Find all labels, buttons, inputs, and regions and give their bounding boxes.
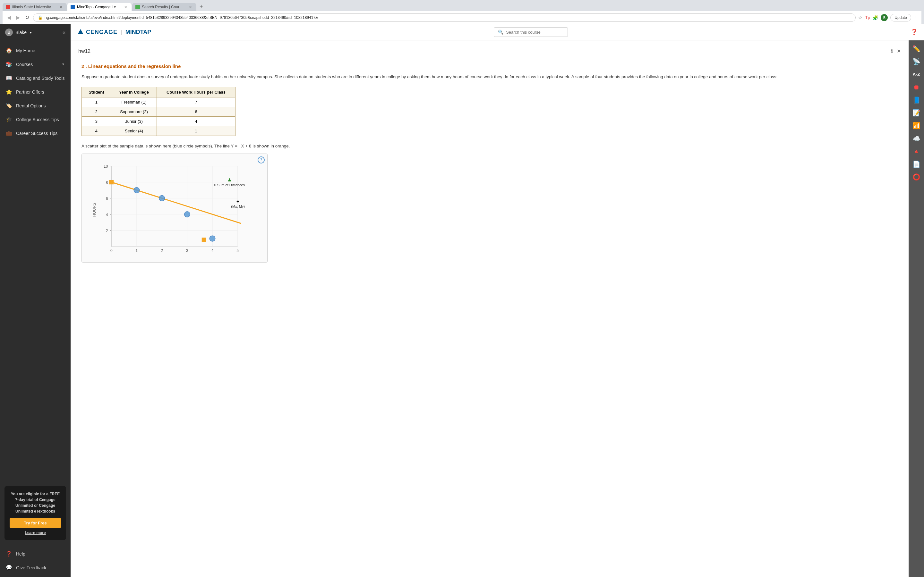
sidebar-user[interactable]: B Blake ▼ [5,29,32,36]
question-heading: 2 . Linear equations and the regression … [81,63,898,69]
chart-legend-area: ▲ 0 Sum of Distances [214,176,245,187]
sidebar-item-label: My Home [16,48,35,53]
app-layout: B Blake ▼ « 🏠 My Home 📚 Courses ▼ 📖 Cata… [0,24,924,577]
sidebar-nav: 🏠 My Home 📚 Courses ▼ 📖 Catalog and Stud… [0,41,71,482]
mindtap-logo-text: MINDTAP [126,29,152,35]
svg-marker-0 [78,29,83,34]
table-cell: Senior (4) [111,126,157,135]
sidebar-item-my-home[interactable]: 🏠 My Home [0,44,71,57]
puzzle-icon[interactable]: 🧩 [873,15,878,20]
tab-close-illinois[interactable]: ✕ [59,5,62,9]
svg-rect-32 [202,237,206,242]
svg-point-33 [134,187,139,193]
toolbar-az-button[interactable]: A-Z [911,69,922,80]
toolbar-cloud-button[interactable]: ☁️ [911,133,922,144]
help-button[interactable]: ❓ [911,29,918,35]
close-button[interactable]: ✕ [897,48,901,54]
avatar: B [5,29,13,36]
table-cell: 4 [82,126,111,135]
chevron-right-icon: ▼ [61,63,65,66]
sidebar-item-help[interactable]: ❓ Help [0,547,71,561]
toolbar-edit-button[interactable]: ✏️ [911,43,922,55]
home-icon: 🏠 [6,47,12,53]
svg-text:5: 5 [236,248,239,253]
toolbar-wifi-button[interactable]: 📶 [911,120,922,131]
sidebar: B Blake ▼ « 🏠 My Home 📚 Courses ▼ 📖 Cata… [0,24,71,577]
back-button[interactable]: ◀ [6,13,12,22]
profile-icon[interactable]: B [881,14,888,21]
question-section: 2 . Linear equations and the regression … [78,63,901,263]
chart-help-button[interactable]: ? [258,156,265,163]
sidebar-username: Blake [15,30,27,35]
toolbar-notes-button[interactable]: 📝 [911,107,922,119]
table-header-hours: Course Work Hours per Class [157,87,236,97]
menu-icon[interactable]: ⋮ [914,15,918,20]
toolbar-rss-button[interactable]: 📡 [911,56,922,67]
table-cell: Sophomore (2) [111,107,157,116]
header-search[interactable]: 🔍 [494,27,568,37]
search-input[interactable] [506,30,564,35]
svg-text:3: 3 [186,248,188,253]
tab-title-mindtap: MindTap - Cengage Learning [77,5,120,9]
reload-button[interactable]: ↻ [24,13,31,22]
tab-mindtap[interactable]: MindTap - Cengage Learning ✕ [67,3,132,11]
svg-text:4: 4 [212,248,214,253]
bookmark-icon[interactable]: ☆ [858,15,863,20]
table-cell: 3 [82,116,111,126]
svg-point-36 [210,235,215,241]
hw-title-bar: hw12 ℹ ✕ [78,45,901,58]
sidebar-item-catalog[interactable]: 📖 Catalog and Study Tools [0,71,71,85]
svg-line-31 [111,182,241,223]
forward-button[interactable]: ▶ [15,13,21,22]
tab-coursehero[interactable]: Search Results | Course Hero ✕ [132,3,196,11]
learn-more-link[interactable]: Learn more [10,530,61,535]
toolbar-circle-button[interactable]: ⭕ [911,171,922,183]
cengage-header: CENGAGE | MINDTAP 🔍 ❓ [71,24,924,40]
omnibar[interactable]: 🔒 ng.cengage.com/static/nb/ui/evo/index.… [33,13,856,22]
omnibar-url: ng.cengage.com/static/nb/ui/evo/index.ht… [45,15,851,20]
toolbar-book-button[interactable]: 📘 [911,94,922,106]
toolbar-record-button[interactable]: ⏺ [911,81,922,93]
feedback-icon: 💬 [6,564,12,571]
update-button[interactable]: Update [890,14,911,21]
sidebar-item-label: College Success Tips [16,117,59,122]
info-button[interactable]: ℹ [891,48,893,54]
new-tab-button[interactable]: + [197,2,206,11]
tab-title-coursehero: Search Results | Course Hero [142,5,185,9]
sidebar-item-label: Partner Offers [16,89,44,95]
table-cell: 6 [157,107,236,116]
sidebar-item-partner-offers[interactable]: ⭐ Partner Offers [0,85,71,99]
sidebar-item-college-tips[interactable]: 🎓 College Success Tips [0,113,71,126]
star-icon: ⭐ [6,89,12,95]
svg-text:1: 1 [136,248,138,253]
toolbar-doc-button[interactable]: 📄 [911,158,922,170]
table-row: 1 Freshman (1) 7 [82,97,236,107]
try-free-button[interactable]: Try for Free [10,518,61,528]
sidebar-item-label: Courses [16,62,33,67]
svg-text:2: 2 [161,248,163,253]
graduation-icon: 🎓 [6,116,12,122]
svg-text:4: 4 [106,213,108,217]
toolbar-drive-button[interactable]: 🔺 [911,145,922,157]
table-cell: Junior (3) [111,116,157,126]
tab-close-mindtap[interactable]: ✕ [124,5,127,9]
tabs-row: Illinois State University : SOC... ✕ Min… [3,2,921,11]
table-cell: 1 [157,126,236,135]
sidebar-collapse-button[interactable]: « [63,29,65,35]
sidebar-item-courses[interactable]: 📚 Courses ▼ [0,57,71,71]
sidebar-item-career-tips[interactable]: 💼 Career Success Tips [0,126,71,140]
svg-text:6: 6 [106,196,108,201]
table-row: 2 Sophomore (2) 6 [82,107,236,116]
tab-close-coursehero[interactable]: ✕ [189,5,192,9]
sidebar-item-feedback[interactable]: 💬 Give Feedback [0,561,71,574]
svg-point-34 [159,195,165,201]
extension-icon[interactable]: Tp [865,15,870,20]
chart-mean-area: + (Mx, My) [231,199,245,208]
table-header-student: Student [82,87,111,97]
table-cell: 4 [157,116,236,126]
sidebar-item-rental-options[interactable]: 🏷️ Rental Options [0,99,71,113]
sidebar-promo: You are eligible for a FREE 7-day trial … [5,486,66,540]
table-cell: Freshman (1) [111,97,157,107]
tag-icon: 🏷️ [6,103,12,109]
tab-illinois[interactable]: Illinois State University : SOC... ✕ [3,3,67,11]
